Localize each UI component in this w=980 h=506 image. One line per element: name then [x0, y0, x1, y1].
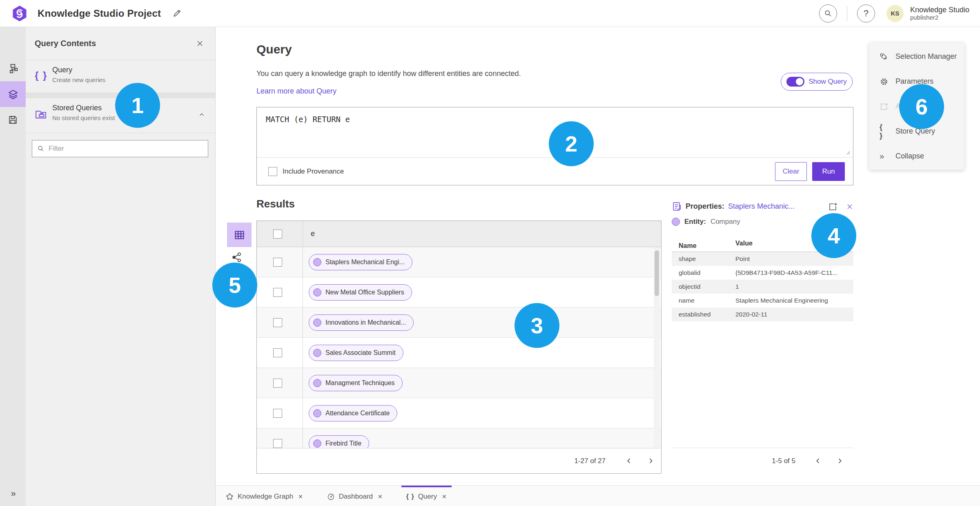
- knowledge-graph-icon: [225, 493, 234, 501]
- row-checkbox[interactable]: [273, 379, 282, 388]
- entity-dot-icon: [313, 409, 321, 417]
- filter-field[interactable]: [32, 140, 208, 157]
- filter-input[interactable]: [49, 145, 200, 153]
- query-text-input[interactable]: MATCH (e) RETURN e: [266, 115, 350, 124]
- selection-manager-icon: [880, 52, 889, 61]
- toggle-knob: [796, 78, 803, 85]
- properties-header: Properties: Staplers Mechanic...: [672, 201, 853, 212]
- properties-label: Properties:: [686, 202, 724, 211]
- properties-entity-link[interactable]: Staplers Mechanic...: [728, 202, 795, 211]
- table-view-button[interactable]: [227, 223, 252, 247]
- entity-pill[interactable]: Sales Associate Summit: [309, 345, 403, 361]
- table-icon: [234, 230, 245, 241]
- row-checkbox[interactable]: [273, 318, 282, 327]
- property-row: objectid 1: [672, 280, 853, 294]
- tab-knowledge-graph[interactable]: Knowledge Graph ✕: [220, 486, 308, 506]
- property-row: name Staplers Mechanical Engineering: [672, 294, 853, 308]
- user-info[interactable]: Knowledge Studio publisher2: [910, 6, 969, 21]
- row-checkbox[interactable]: [273, 288, 282, 297]
- close-panel-icon[interactable]: [196, 40, 204, 47]
- select-all-checkbox[interactable]: [273, 230, 282, 239]
- results-scrollbar[interactable]: [654, 247, 660, 449]
- clear-button[interactable]: Clear: [775, 162, 807, 181]
- row-checkbox[interactable]: [273, 258, 282, 267]
- learn-more-link[interactable]: Learn more about Query: [256, 87, 336, 96]
- column-header-name: Name: [672, 240, 735, 252]
- annotation-callout-5: 5: [212, 263, 257, 308]
- row-checkbox[interactable]: [273, 348, 282, 357]
- data-model-icon[interactable]: [0, 56, 26, 81]
- search-button[interactable]: [819, 4, 837, 22]
- page-title: Query: [256, 42, 292, 56]
- previous-page-icon[interactable]: [624, 455, 635, 466]
- tab-dashboard[interactable]: Dashboard ✕: [322, 486, 388, 506]
- row-checkbox[interactable]: [273, 409, 282, 418]
- run-button[interactable]: Run: [812, 162, 845, 181]
- add-to-map-icon: [880, 102, 889, 111]
- table-row: Attendance Certificate: [257, 398, 661, 428]
- app-header: Knowledge Studio Project ? KS Knowledge …: [0, 0, 980, 27]
- tab-query[interactable]: { } Query ✕: [401, 486, 452, 506]
- entity-dot-icon: [313, 319, 321, 327]
- annotation-callout-4: 4: [811, 213, 856, 258]
- annotation-callout-6: 6: [899, 84, 944, 129]
- query-item-label: Query: [52, 66, 215, 74]
- query-item-description: Create new queries: [52, 76, 215, 83]
- entity-dot-icon: [313, 258, 321, 266]
- page-description: You can query a knowledge graph to ident…: [256, 69, 521, 78]
- table-row: Staplers Mechanical Engi...: [257, 247, 661, 277]
- include-provenance-checkbox[interactable]: [268, 167, 277, 176]
- next-page-icon[interactable]: [834, 455, 845, 466]
- query-contents-title: Query Contents: [35, 39, 96, 48]
- query-item[interactable]: { } Query Create new queries: [26, 60, 215, 93]
- entity-pill[interactable]: Attendance Certificate: [309, 405, 397, 421]
- save-icon[interactable]: [0, 107, 26, 133]
- entity-dot-icon: [313, 288, 321, 296]
- previous-page-icon[interactable]: [813, 455, 824, 466]
- include-provenance-label: Include Provenance: [283, 167, 344, 176]
- entity-dot-icon: [313, 439, 321, 448]
- close-properties-icon[interactable]: [846, 203, 853, 210]
- annotation-callout-2: 2: [549, 121, 594, 166]
- show-query-toggle[interactable]: Show Query: [781, 73, 853, 91]
- close-tab-icon[interactable]: ✕: [442, 493, 447, 500]
- add-to-map-icon[interactable]: [828, 202, 838, 212]
- dashboard-icon: [327, 493, 335, 501]
- collapse-icon: »: [880, 152, 889, 161]
- document-tabbar: Knowledge Graph ✕ Dashboard ✕ { } Query …: [216, 485, 980, 506]
- properties-actions: [828, 202, 853, 212]
- layers-icon[interactable]: [0, 81, 26, 107]
- scrollbar-thumb[interactable]: [655, 250, 659, 296]
- entity-pill[interactable]: New Metal Office Suppliers: [309, 284, 412, 301]
- user-avatar[interactable]: KS: [886, 5, 904, 22]
- entity-pill[interactable]: Managment Techniques: [309, 375, 403, 391]
- query-contents-header: Query Contents: [26, 27, 215, 60]
- expand-rail-icon[interactable]: »: [0, 484, 26, 504]
- results-table-header: e: [257, 221, 661, 247]
- header-divider: [847, 6, 847, 21]
- next-page-icon[interactable]: [645, 455, 656, 466]
- edit-title-icon[interactable]: [172, 9, 182, 18]
- annotation-callout-3: 3: [514, 303, 559, 348]
- column-header-e: e: [311, 230, 315, 238]
- link-chart-view-button[interactable]: [231, 252, 243, 264]
- results-table: e Staplers Mechanical Engi... New Metal …: [256, 221, 662, 474]
- toggle-track: [786, 77, 804, 87]
- entity-pill[interactable]: Innovations in Mechanical...: [309, 314, 414, 331]
- project-title: Knowledge Studio Project: [38, 8, 161, 19]
- resize-grip-icon[interactable]: [845, 150, 851, 155]
- collapse-section-icon[interactable]: [198, 111, 205, 118]
- menu-item-collapse[interactable]: » Collapse: [869, 144, 964, 169]
- properties-pagination: 1-5 of 5: [672, 448, 853, 474]
- table-row: Firebird Title: [257, 428, 661, 449]
- help-button[interactable]: ?: [857, 4, 875, 22]
- row-checkbox[interactable]: [273, 439, 282, 448]
- entity-dot-icon: [313, 379, 321, 387]
- app-logo-icon: [11, 4, 29, 22]
- menu-item-selection-manager[interactable]: Selection Manager: [869, 44, 964, 69]
- close-tab-icon[interactable]: ✕: [378, 493, 383, 500]
- close-tab-icon[interactable]: ✕: [298, 493, 303, 500]
- entity-dot-icon: [313, 349, 321, 357]
- entity-pill[interactable]: Staplers Mechanical Engi...: [309, 254, 412, 270]
- entity-pill[interactable]: Firebird Title: [309, 435, 369, 449]
